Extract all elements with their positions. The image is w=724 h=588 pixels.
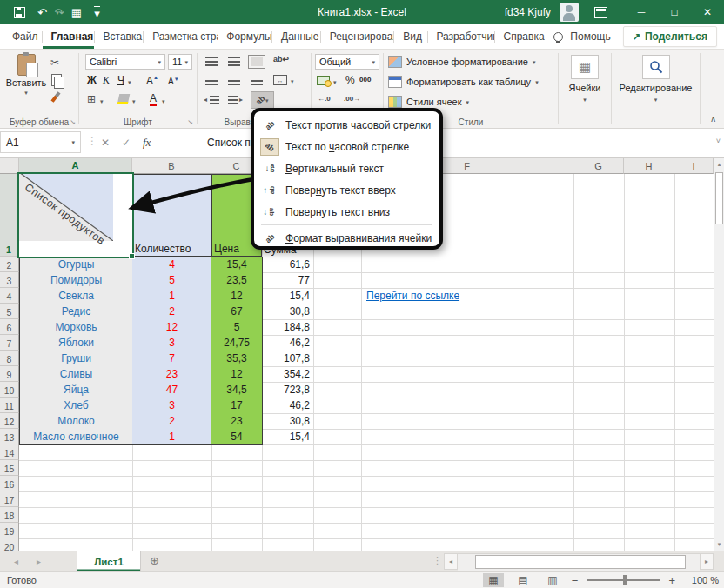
cell-D13[interactable]: 15,4 (262, 429, 313, 444)
align-center-button[interactable] (228, 77, 240, 85)
prev-sheet-button[interactable]: ◂ (14, 551, 18, 571)
row-header-12[interactable]: 12 (0, 413, 19, 429)
cell-C10[interactable]: 34,5 (211, 382, 263, 398)
cell-A7[interactable]: Яблоки (19, 335, 133, 351)
row-header-13[interactable]: 13 (0, 429, 19, 444)
normal-view-button[interactable]: ▦ (483, 573, 504, 587)
cancel-button[interactable]: ✕ (101, 131, 110, 153)
paste-button[interactable]: Вставить ▾ (5, 54, 47, 96)
user-avatar[interactable] (560, 3, 579, 22)
cell-B6[interactable]: 12 (132, 319, 212, 336)
percent-style-button[interactable]: % (345, 75, 355, 85)
expand-formula-bar-icon[interactable]: ˅ (716, 137, 721, 145)
cell-B3[interactable]: 5 (132, 272, 212, 289)
page-break-view-button[interactable]: ▥ (542, 573, 563, 587)
shrink-font-button[interactable]: А▼ (168, 77, 179, 86)
column-header-H[interactable]: H (624, 158, 674, 174)
horizontal-scroll-thumb[interactable] (475, 555, 686, 569)
horizontal-scroll-track[interactable] (458, 553, 700, 571)
cut-button[interactable]: ✂ (50, 57, 59, 68)
cell-B8[interactable]: 7 (132, 351, 212, 367)
align-left-button[interactable] (205, 77, 218, 85)
redo-button[interactable]: ↷▾ (54, 7, 58, 18)
cell-B4[interactable]: 1 (132, 288, 212, 304)
cell-A5[interactable]: Редис (19, 304, 133, 320)
cell-A6[interactable]: Морковь (19, 319, 133, 336)
cell-C9[interactable]: 12 (211, 366, 263, 383)
menu-item-format-cell-alignment[interactable]: abФормат выравнивания ячейки (254, 227, 439, 249)
name-box-chevron-icon[interactable]: ▾ (71, 139, 75, 145)
zoom-slider[interactable] (587, 579, 660, 581)
scroll-left-icon[interactable]: ◂ (444, 553, 458, 570)
cell-D3[interactable]: 77 (262, 272, 313, 288)
row-header-5[interactable]: 5 (0, 304, 19, 319)
number-format-combo[interactable]: Общий▾ (315, 54, 379, 70)
cell-B5[interactable]: 2 (132, 304, 212, 320)
menu-item-rotate-text-down[interactable]: ↓abПовернуть текст вниз (254, 201, 439, 223)
tab-splitter-handle[interactable]: ⋮ (432, 555, 442, 566)
cell-C2[interactable]: 15,4 (211, 257, 263, 273)
cell-B13[interactable]: 1 (132, 429, 212, 445)
cell-D12[interactable]: 30,8 (262, 413, 313, 429)
cell-D9[interactable]: 354,2 (262, 366, 313, 382)
underline-chevron-icon[interactable]: ▾ (128, 79, 131, 85)
borders-chevron-icon[interactable]: ▾ (100, 98, 104, 104)
cell-C11[interactable]: 17 (211, 398, 263, 414)
name-box[interactable]: A1 ▾ (0, 131, 81, 153)
new-sheet-button[interactable]: ⊕ (150, 554, 159, 567)
fill-color-chevron-icon[interactable]: ▾ (132, 98, 136, 104)
cell-A3[interactable]: Помидоры (19, 272, 133, 289)
font-color-chevron-icon[interactable]: ▾ (162, 98, 165, 104)
cell-B1[interactable]: Количество (132, 174, 211, 257)
column-header-B[interactable]: B (132, 158, 211, 174)
cells-chevron-icon[interactable]: ▾ (560, 97, 610, 103)
column-header-I[interactable]: I (674, 158, 714, 174)
collapse-ribbon-icon[interactable]: ∧ (710, 114, 716, 124)
decrease-indent-button[interactable]: ◂ (204, 96, 207, 104)
cell-D7[interactable]: 46,2 (262, 335, 313, 351)
cell-C7[interactable]: 24,75 (211, 335, 263, 351)
align-middle-button[interactable] (228, 57, 240, 66)
help-label[interactable]: Помощь (570, 30, 610, 43)
hyperlink-cell-F4[interactable]: Перейти по ссылке (361, 288, 573, 304)
editing-chevron-icon[interactable]: ▾ (613, 97, 699, 103)
cell-A4[interactable]: Свекла (19, 288, 133, 304)
row-header-10[interactable]: 10 (0, 382, 19, 398)
cell-B12[interactable]: 2 (132, 413, 212, 430)
row-header-1[interactable]: 1 (0, 174, 19, 257)
cell-styles-button[interactable]: Стили ячеек▾ (388, 96, 469, 108)
customize-qat-icon[interactable]: ▾ (94, 6, 100, 19)
cell-C6[interactable]: 5 (211, 319, 263, 336)
cell-C13[interactable]: 54 (211, 429, 263, 445)
editing-button[interactable] (642, 55, 670, 79)
cell-C4[interactable]: 12 (211, 288, 263, 304)
underline-button[interactable]: Ч (117, 75, 124, 85)
row-header-18[interactable]: 18 (0, 507, 19, 523)
accounting-chevron-icon[interactable]: ▾ (333, 79, 337, 85)
cell-D2[interactable]: 61,6 (262, 257, 313, 272)
row-header-2[interactable]: 2 (0, 257, 19, 272)
conditional-formatting-button[interactable]: Условное форматирование▾ (388, 56, 535, 68)
row-header-19[interactable]: 19 (0, 523, 19, 538)
page-layout-view-button[interactable]: ▤ (513, 573, 533, 587)
tab-вид[interactable]: Вид (394, 24, 426, 49)
decrease-indent-bars-icon[interactable] (210, 96, 219, 104)
cell-C12[interactable]: 23 (211, 413, 263, 430)
font-dialog-launcher-icon[interactable]: ↘ (187, 118, 193, 126)
align-bottom-button[interactable] (251, 57, 263, 66)
row-header-8[interactable]: 8 (0, 351, 19, 366)
cell-B11[interactable]: 3 (132, 398, 212, 414)
increase-indent-button[interactable]: ▸ (239, 96, 243, 104)
accounting-format-icon[interactable] (317, 76, 330, 85)
cell-D10[interactable]: 723,8 (262, 382, 313, 398)
horizontal-scrollbar[interactable]: ◂ ▸ (444, 553, 714, 570)
merge-center-button[interactable]: ↔ (273, 75, 287, 85)
align-top-button[interactable] (205, 57, 218, 66)
cell-D8[interactable]: 107,8 (262, 351, 313, 366)
comma-style-button[interactable]: 000 (359, 77, 371, 84)
increase-indent-bars-icon[interactable] (228, 96, 238, 104)
cell-B9[interactable]: 23 (132, 366, 212, 383)
font-color-button[interactable]: А (150, 93, 157, 106)
row-header-16[interactable]: 16 (0, 476, 19, 491)
cell-A8[interactable]: Груши (19, 351, 133, 367)
